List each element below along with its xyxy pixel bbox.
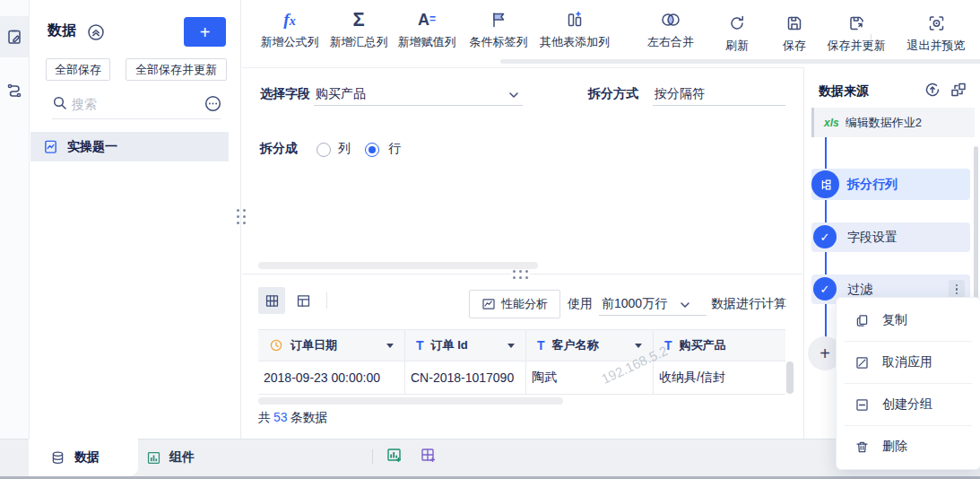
select-field-underline — [314, 105, 523, 106]
source-table-item[interactable]: xls 编辑数据作业2 — [811, 108, 975, 137]
sigma-icon: Σ — [330, 7, 388, 32]
toolbar-exit-preview[interactable]: 退出并预览 — [907, 11, 966, 54]
delete-icon — [854, 440, 870, 455]
radio-row-label[interactable]: 行 — [388, 141, 401, 157]
preview-icon — [907, 11, 966, 36]
flag-icon — [470, 7, 528, 32]
menu-item-copy[interactable]: 复制 — [837, 300, 980, 341]
cancel-apply-icon — [854, 355, 870, 370]
select-field-label: 选择字段 — [260, 86, 310, 102]
rail-item-edit[interactable] — [0, 16, 29, 57]
plus-icon: + — [200, 23, 211, 41]
split-step-icon — [811, 170, 839, 198]
plus-icon: + — [820, 344, 830, 364]
toolbar-add-formula-column[interactable]: fx 新增公式列 — [261, 7, 319, 50]
xls-badge: xls — [824, 117, 839, 129]
source-table-label: 编辑数据作业2 — [846, 115, 922, 131]
row-limit-chevron-icon[interactable] — [679, 300, 691, 310]
row-limit-value[interactable]: 前1000万行 — [602, 296, 667, 312]
form-scrollbar[interactable] — [258, 262, 538, 269]
toolbar-refresh[interactable]: 刷新 — [725, 11, 749, 54]
step-split-rows-columns[interactable]: 拆分行列 — [811, 169, 970, 200]
update-icon[interactable] — [924, 81, 941, 99]
radio-column[interactable] — [317, 143, 331, 157]
view-grid-button[interactable] — [258, 287, 285, 314]
split-method-underline — [653, 105, 785, 106]
app-window: 数据 + 全部保存 全部保存并更新 搜索 实操题一 fx 新增公式列 — [0, 0, 980, 479]
column-dropdown-icon[interactable] — [386, 344, 394, 348]
performance-analysis-button[interactable]: 性能分析 — [469, 290, 560, 318]
tab-data[interactable]: 数据 — [29, 439, 138, 476]
column-header-order-id[interactable]: T 订单 Id — [405, 330, 526, 361]
select-field-value[interactable]: 购买产品 — [316, 86, 366, 102]
pane-resize-handle[interactable] — [237, 209, 246, 224]
save-all-update-button[interactable]: 全部保存并更新 — [126, 58, 227, 81]
rail-item-flow[interactable] — [0, 72, 29, 108]
step-field-settings[interactable]: ✓ 字段设置 — [811, 222, 970, 252]
text-type-icon: T — [537, 338, 545, 353]
dataset-label: 实操题一 — [67, 139, 117, 155]
edit-board-icon — [6, 29, 22, 45]
grid-view-icon — [265, 293, 280, 309]
radio-column-label[interactable]: 列 — [338, 141, 351, 157]
toolbar-add-assign-column[interactable]: A= 新增赋值列 — [398, 7, 456, 50]
tab-components[interactable]: 组件 — [146, 439, 195, 476]
search-more-icon[interactable] — [204, 95, 221, 112]
cell-product: 收纳具/信封 — [654, 361, 785, 394]
collapse-all-icon[interactable] — [87, 23, 105, 41]
search-icon — [52, 95, 68, 111]
swap-icon[interactable] — [950, 81, 967, 99]
total-count: 53 — [271, 410, 291, 424]
menu-item-cancel-apply[interactable]: 取消应用 — [837, 342, 980, 383]
add-chart-icon[interactable] — [386, 447, 403, 465]
split-method-value[interactable]: 按分隔符 — [655, 86, 705, 102]
cell-order-id: CN-2018-1017090 — [405, 361, 526, 394]
chevron-down-icon[interactable] — [507, 90, 520, 100]
cell-order-date: 2018-09-23 00:00:00 — [258, 361, 405, 394]
panel-resize-handle[interactable] — [511, 269, 530, 280]
toolbar-scrollbar[interactable] — [500, 59, 980, 64]
menu-item-create-group[interactable]: 创建分组 — [837, 384, 980, 425]
dataset-list-item[interactable]: 实操题一 — [30, 132, 229, 161]
add-column-icon — [540, 7, 610, 32]
save-all-button[interactable]: 全部保存 — [46, 58, 110, 81]
column-dropdown-icon[interactable] — [635, 344, 642, 348]
column-dropdown-icon[interactable] — [507, 344, 515, 348]
component-chart-icon — [146, 450, 161, 466]
split-method-label: 拆分方式 — [588, 86, 638, 102]
toolbar-add-summary-column[interactable]: Σ 新增汇总列 — [330, 7, 388, 50]
menu-item-delete[interactable]: 删除 — [837, 426, 980, 467]
table-vertical-scrollbar[interactable] — [786, 361, 794, 394]
panel-title: 数据来源 — [819, 83, 869, 100]
toolbar-save-update[interactable]: 保存并更新 — [828, 11, 886, 54]
radio-row[interactable] — [365, 143, 379, 157]
merge-icon — [647, 7, 694, 32]
toolbar-save[interactable]: 保存 — [783, 11, 806, 54]
calc-label: 数据进行计算 — [711, 296, 786, 312]
column-header-order-date[interactable]: 订单日期 — [258, 330, 405, 361]
use-label: 使用 — [568, 296, 593, 312]
toolbar-add-column-from-table[interactable]: 其他表添加列 — [540, 7, 610, 50]
view-layout-button[interactable] — [290, 287, 317, 314]
add-dataset-button[interactable]: + — [184, 17, 226, 47]
panel-scrollbar[interactable] — [974, 146, 978, 303]
dataset-chart-icon — [43, 139, 58, 154]
column-header-product[interactable]: T 购买产品 — [654, 330, 785, 361]
step-menu-button[interactable] — [949, 280, 965, 299]
table-horizontal-scrollbar[interactable] — [258, 397, 563, 405]
search-input[interactable]: 搜索 — [72, 97, 97, 113]
toolbar-condition-tag-column[interactable]: 条件标签列 — [470, 7, 528, 50]
assign-value-icon: A= — [398, 7, 456, 32]
check-icon: ✓ — [813, 277, 837, 300]
database-icon — [50, 450, 65, 466]
add-dashboard-icon[interactable] — [420, 447, 438, 465]
data-sidebar: 数据 + 全部保存 全部保存并更新 搜索 实操题一 — [30, 0, 241, 439]
copy-icon — [854, 313, 870, 328]
total-count-text: 共53条数据 — [258, 410, 328, 426]
layout-view-icon — [296, 293, 311, 309]
toolbar-merge-left-right[interactable]: 左右合并 — [647, 7, 694, 50]
check-icon: ✓ — [813, 225, 837, 248]
date-type-icon — [269, 338, 283, 353]
search-underline — [52, 118, 221, 119]
performance-chart-icon — [481, 297, 496, 311]
